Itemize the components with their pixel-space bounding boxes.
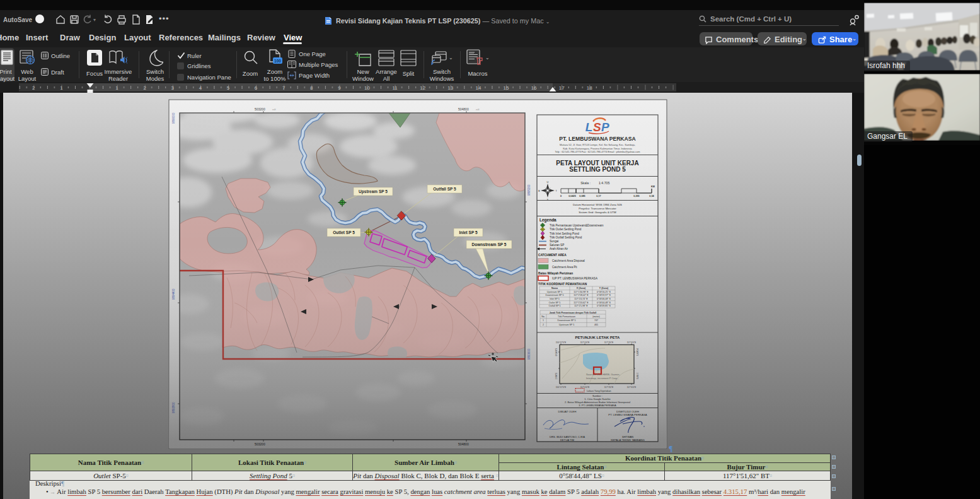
svg-text:10: 10 [364, 85, 370, 91]
svg-text:11: 11 [392, 85, 398, 91]
svg-text:7: 7 [282, 85, 285, 91]
svg-text:15: 15 [504, 85, 509, 91]
svg-text:6: 6 [255, 85, 258, 91]
svg-text:4: 4 [199, 85, 202, 91]
svg-text:1: 1 [60, 85, 63, 91]
svg-text:13: 13 [447, 85, 453, 91]
svg-text:17: 17 [559, 85, 565, 91]
svg-text:9: 9 [338, 85, 341, 91]
svg-text:5: 5 [227, 85, 230, 91]
svg-text:8: 8 [310, 85, 313, 91]
svg-text:100: 100 [274, 59, 281, 63]
svg-text:3: 3 [171, 85, 175, 91]
svg-text:14: 14 [475, 85, 481, 91]
svg-text:16: 16 [531, 85, 537, 91]
svg-text:12: 12 [420, 85, 425, 91]
svg-text:18: 18 [587, 85, 592, 91]
svg-text:2: 2 [32, 85, 35, 91]
svg-text:1: 1 [115, 85, 118, 91]
svg-text:2: 2 [143, 85, 146, 91]
svg-text:¶: ¶ [669, 444, 672, 453]
